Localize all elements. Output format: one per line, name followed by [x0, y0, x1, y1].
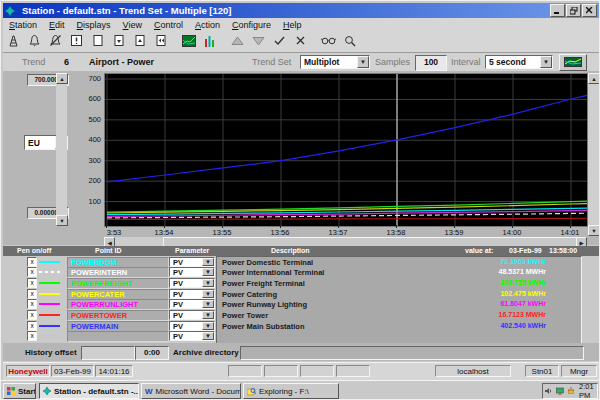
minimize-button[interactable] [550, 4, 565, 17]
point-id-cell[interactable] [67, 331, 169, 342]
header-pen: Pen on/off [17, 247, 51, 254]
archive-directory-field[interactable] [240, 346, 584, 360]
start-button[interactable]: Start [3, 383, 36, 399]
parameter-select[interactable]: PV▼ [169, 257, 215, 267]
right-scrollbar[interactable]: ▲ ▼ [588, 73, 599, 235]
scale-scrollbar[interactable]: ▲ ▼ [56, 73, 67, 225]
interval-select[interactable]: 5 second ▼ [485, 55, 553, 69]
parameter-select[interactable]: PV▼ [169, 299, 215, 309]
dropdown-arrow-icon[interactable]: ▼ [202, 332, 214, 340]
scroll-down-icon[interactable]: ▼ [588, 225, 600, 236]
parameter-select[interactable]: PV▼ [169, 289, 215, 299]
task-station[interactable]: Station - default.stn -... [39, 383, 139, 399]
status-cell-empty [336, 365, 370, 377]
history-offset-field[interactable] [81, 346, 135, 360]
accept-button[interactable] [269, 33, 290, 50]
menu-view[interactable]: View [117, 20, 148, 30]
dropdown-arrow-icon[interactable]: ▼ [202, 279, 214, 287]
trend-plot[interactable] [104, 73, 588, 227]
pen-checkbox[interactable]: x [27, 257, 37, 267]
trend-chart-icon [182, 35, 196, 49]
menu-edit[interactable]: Edit [43, 20, 71, 30]
parameter-select[interactable]: PV▼ [169, 321, 215, 331]
history-offset-value[interactable]: 0:00 [135, 346, 169, 360]
dropdown-arrow-icon[interactable]: ▼ [540, 56, 552, 68]
point-id-cell[interactable]: POWERFREIGHT [67, 278, 169, 289]
samples-value[interactable]: 100 [415, 55, 447, 71]
task-word[interactable]: W Microsoft Word - Document5 [141, 383, 241, 399]
alarm-silence-button[interactable] [45, 33, 66, 50]
reject-button[interactable] [290, 33, 311, 50]
trend-display-button[interactable] [178, 33, 199, 50]
parameter-select[interactable]: PV▼ [169, 310, 215, 320]
status-cell-empty [300, 365, 334, 377]
clock[interactable]: 2:01 PM [579, 382, 595, 400]
toolbar [3, 31, 599, 53]
page-up-button[interactable] [129, 33, 150, 50]
group-display-button[interactable] [199, 33, 220, 50]
header-parameter: Parameter [175, 247, 209, 254]
pen-color-swatch [39, 303, 60, 305]
alarm-button[interactable] [24, 33, 45, 50]
close-button[interactable] [582, 4, 597, 17]
dropdown-arrow-icon[interactable]: ▼ [202, 290, 214, 298]
page-down-button[interactable] [108, 33, 129, 50]
dropdown-arrow-icon[interactable]: ▼ [202, 258, 214, 266]
dropdown-arrow-icon[interactable]: ▼ [357, 56, 369, 68]
pen-color-swatch [39, 271, 60, 273]
dropdown-arrow-icon[interactable]: ▼ [202, 311, 214, 319]
pen-checkbox[interactable]: x [27, 278, 37, 288]
task-explorer[interactable]: Exploring - F:\ [243, 383, 339, 399]
alert-summary-button[interactable] [66, 33, 87, 50]
zoom-button[interactable] [339, 33, 360, 50]
description-cell: Power Tower [222, 311, 457, 320]
pen-row: x POWERDOM PV▼ Power Domestic Terminal 7… [1, 257, 597, 267]
explorer-icon [247, 387, 256, 396]
parameter-select[interactable]: PV▼ [169, 267, 215, 277]
parameter-select[interactable]: PV▼ [169, 331, 215, 341]
volume-icon[interactable] [545, 387, 553, 395]
point-id-cell[interactable]: POWERINTERN [67, 267, 169, 278]
menu-displays[interactable]: Displays [71, 20, 117, 30]
pen-checkbox[interactable]: x [27, 267, 37, 277]
y-tick-label: 600 [69, 94, 101, 103]
trend-set-select[interactable]: Multiplot ▼ [300, 55, 370, 69]
pen-checkbox[interactable]: x [27, 310, 37, 320]
scroll-up-icon[interactable]: ▲ [588, 73, 600, 84]
scroll-down-icon[interactable]: ▼ [56, 215, 68, 226]
trend-popup-button[interactable] [559, 54, 587, 71]
x-tick-label: 13:57 [329, 228, 348, 237]
station-tower-icon [7, 34, 20, 49]
menu-help[interactable]: Help [277, 20, 308, 30]
menu-action[interactable]: Action [189, 20, 226, 30]
page-rewind-button[interactable] [150, 33, 171, 50]
display-settings-icon[interactable] [556, 387, 564, 395]
lower-button[interactable] [248, 33, 269, 50]
parameter-select[interactable]: PV▼ [169, 278, 215, 288]
pen-checkbox[interactable]: x [27, 299, 37, 309]
page-button[interactable] [87, 33, 108, 50]
restore-button[interactable] [566, 4, 581, 17]
menu-station[interactable]: Station [3, 20, 43, 30]
status-bar: Honeywell 03-Feb-99 14:01:16 localhost S… [3, 362, 599, 380]
dropdown-arrow-icon[interactable]: ▼ [202, 268, 214, 276]
scroll-up-icon[interactable]: ▲ [56, 73, 68, 84]
station-overview-button[interactable] [3, 33, 24, 50]
trend-set-label: Trend Set [252, 57, 291, 67]
operator-view-button[interactable] [318, 33, 339, 50]
power-plug-icon[interactable] [567, 387, 575, 395]
menu-control[interactable]: Control [148, 20, 189, 30]
point-id-cell[interactable]: POWERTOWER [67, 310, 169, 321]
description-cell: Power Main Substation [222, 322, 457, 331]
menu-configure[interactable]: Configure [226, 20, 277, 30]
pen-checkbox[interactable]: x [27, 331, 37, 341]
raise-button[interactable] [227, 33, 248, 50]
pen-checkbox[interactable]: x [27, 289, 37, 299]
title-bar[interactable]: Station - default.stn - Trend Set - Mult… [3, 3, 599, 18]
status-cell-empty [228, 365, 262, 377]
pen-checkbox[interactable]: x [27, 321, 37, 331]
dropdown-arrow-icon[interactable]: ▼ [202, 322, 214, 330]
point-id-cell[interactable]: POWERRUNLIGHT [67, 299, 169, 310]
dropdown-arrow-icon[interactable]: ▼ [202, 300, 214, 308]
value-cell: 48.5371 MWHr [456, 268, 546, 275]
